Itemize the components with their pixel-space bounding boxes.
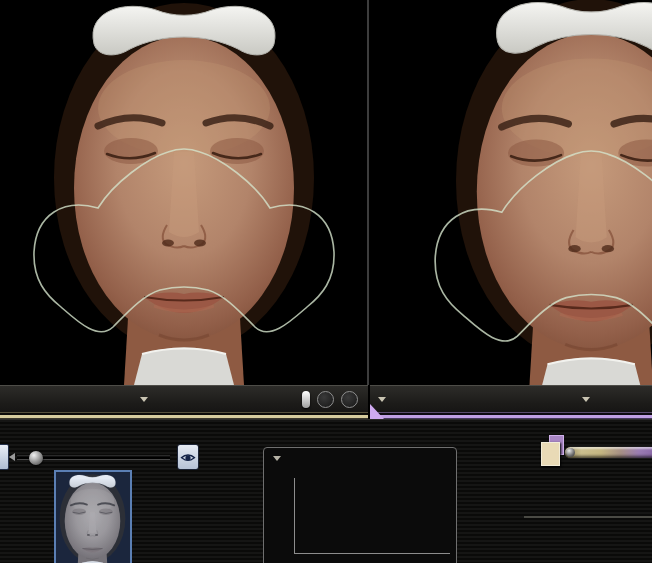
- edge-button[interactable]: [0, 444, 9, 470]
- navigation-thumbnail[interactable]: [54, 470, 132, 563]
- thumbnail-blue-tint: [56, 472, 130, 563]
- left-image-pane[interactable]: [0, 0, 368, 385]
- right-image-pane[interactable]: [370, 0, 652, 385]
- show-overlay-button[interactable]: [177, 444, 199, 470]
- right-mode-dropdown[interactable]: [582, 393, 595, 407]
- chevron-down-icon: [273, 456, 281, 461]
- bottom-control-panel: [0, 419, 652, 563]
- zoom-slider-knob[interactable]: [29, 451, 43, 465]
- flower-icon[interactable]: [341, 391, 358, 408]
- chevron-down-icon: [140, 397, 148, 402]
- fade-color-swatch-tan: [541, 442, 560, 466]
- stats-table: [524, 516, 652, 518]
- pane-divider: [367, 0, 369, 385]
- chevron-down-icon: [378, 397, 386, 402]
- percentile-panel-header[interactable]: [273, 453, 286, 464]
- left-pane-toolbar: [0, 385, 368, 419]
- percentile-panel: [263, 447, 457, 563]
- zoom-slider[interactable]: [17, 456, 170, 459]
- percentile-plot: [294, 478, 450, 554]
- right-pane-toolbar: [370, 385, 652, 419]
- toolbar-accent-purple: [370, 412, 652, 419]
- left-face-photo: [0, 0, 368, 385]
- indicator-pill-icon[interactable]: [302, 391, 310, 408]
- left-toolbar-icons: [302, 391, 358, 408]
- left-mode-dropdown[interactable]: [140, 393, 153, 407]
- fade-slider[interactable]: [565, 447, 652, 458]
- eye-icon: [180, 451, 196, 464]
- close-icon[interactable]: [317, 391, 334, 408]
- zoom-decrease-arrow-icon[interactable]: [9, 453, 15, 461]
- right-face-photo: [370, 0, 652, 385]
- fade-slider-knob[interactable]: [566, 448, 575, 457]
- visia-skin-analysis-app: [0, 0, 652, 563]
- selected-pane-corner-marker: [370, 404, 384, 419]
- chevron-down-icon: [582, 397, 590, 402]
- toolbar-accent-tan: [0, 412, 368, 419]
